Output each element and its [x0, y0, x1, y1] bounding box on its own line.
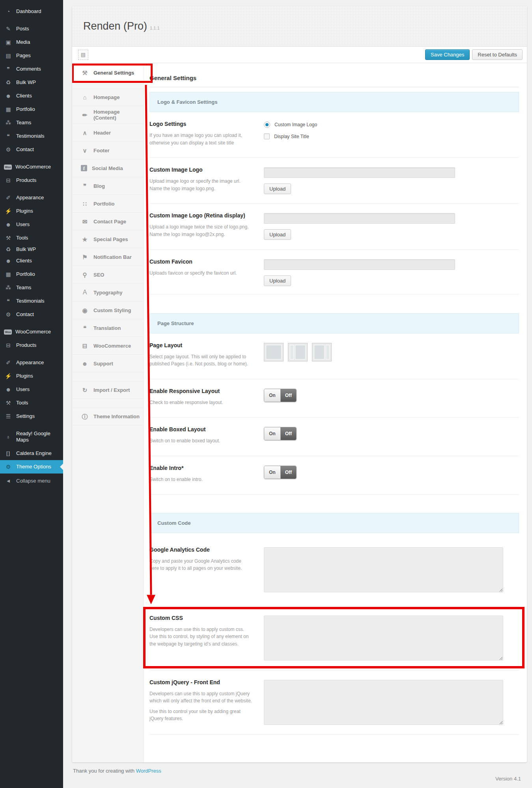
- sidebar-item[interactable]: ▦ Portfolio: [0, 268, 63, 281]
- enable-intro-toggle[interactable]: On Off: [264, 466, 297, 479]
- footer-thanks-text: Thank you for creating with: [73, 768, 136, 774]
- upload-logo-button[interactable]: Upload: [264, 183, 291, 194]
- sidebar-item[interactable]: ⚡ Plugins: [0, 204, 63, 218]
- settings-menu-item[interactable]: ∨ Footer: [72, 142, 144, 159]
- sidebar-item[interactable]: ◔ Dashboard: [0, 5, 63, 18]
- settings-icon: ☰: [4, 414, 13, 419]
- sidebar-item[interactable]: ✐ Appearance: [0, 356, 63, 369]
- logo-settings-row: Logo Settings If you have an image logo …: [149, 112, 519, 158]
- toggle-on[interactable]: On: [264, 427, 280, 440]
- sidebar-item[interactable]: ▤ Pages: [0, 49, 63, 62]
- save-changes-button[interactable]: Save Changes: [425, 49, 470, 60]
- sidebar-item[interactable]: ⊟ Products: [0, 339, 63, 352]
- google-analytics-textarea[interactable]: [264, 547, 503, 592]
- sidebar-item[interactable]: ❞ Comments: [0, 62, 63, 76]
- settings-menu-item[interactable]: ∧ Header: [72, 124, 144, 142]
- toggle-off[interactable]: Off: [280, 389, 296, 402]
- settings-menu-item[interactable]: ⓘ Theme Information: [72, 408, 144, 425]
- sidebar-item[interactable]: ◀ Collapse menu: [0, 474, 63, 488]
- responsive-layout-toggle[interactable]: On Off: [264, 389, 297, 402]
- toggle-off[interactable]: Off: [280, 427, 296, 440]
- settings-menu-item[interactable]: ◉ Custom Styling: [72, 301, 144, 319]
- sidebar-item[interactable]: ⁂ Teams: [0, 281, 63, 294]
- settings-menu-item[interactable]: ⚑ Notification Bar: [72, 248, 144, 266]
- sidebar-item[interactable]: ⚒ Tools: [0, 231, 63, 245]
- sidebar-item-label: Portfolio: [16, 106, 35, 112]
- custom-favicon-row: Custom Favicon Uploads favicon or specif…: [149, 250, 519, 294]
- custom-image-logo-option[interactable]: Custom Image Logo: [264, 122, 519, 128]
- settings-menu-item[interactable]: ⌂ Homepage: [72, 88, 144, 106]
- settings-menu-item[interactable]: ☻ Support: [72, 355, 144, 372]
- settings-menu-item[interactable]: ⚲ SEO: [72, 266, 144, 284]
- sidebar-item[interactable]: ✎ Posts: [0, 22, 63, 36]
- boxed-layout-toggle[interactable]: On Off: [264, 427, 297, 440]
- woocommerce-badge-icon: Woo: [4, 165, 12, 170]
- sidebar-item[interactable]: ⚒ Tools: [0, 396, 63, 410]
- settings-menu-item[interactable]: ❝ Translation: [72, 319, 144, 337]
- footer-thanks: Thank you for creating with WordPress: [73, 768, 161, 774]
- sidebar-item[interactable]: ❝ Testimonials: [0, 294, 63, 308]
- reset-defaults-button[interactable]: Reset to Defaults: [472, 49, 523, 60]
- retina-logo-input[interactable]: [264, 213, 455, 224]
- page-layout-option-right-sidebar[interactable]: [312, 343, 332, 361]
- toggle-off[interactable]: Off: [280, 466, 296, 479]
- custom-image-logo-input[interactable]: [264, 167, 455, 178]
- settings-menu-item[interactable]: ★ Special Pages: [72, 230, 144, 248]
- settings-menu-item[interactable]: ⊟ WooCommerce: [72, 337, 144, 355]
- custom-image-logo-radio[interactable]: [264, 122, 270, 128]
- custom-favicon-input[interactable]: [264, 259, 455, 270]
- sidebar-item[interactable]: ⊟ Products: [0, 174, 63, 187]
- sidebar-item[interactable]: ☻ Users: [0, 383, 63, 396]
- sidebar-item[interactable]: ☻ Clients: [0, 89, 63, 103]
- sidebar-item[interactable]: ♻ Bulk WP: [0, 245, 63, 254]
- sidebar-item-label: Testimonials: [16, 298, 45, 304]
- sidebar-item[interactable]: ⚙ Theme Options: [0, 460, 63, 474]
- toggle-on[interactable]: On: [264, 389, 280, 402]
- custom-jquery-textarea[interactable]: [264, 680, 503, 725]
- sidebar-item[interactable]: ⚡ Plugins: [0, 369, 63, 383]
- quote-icon: ❝: [81, 325, 89, 331]
- toggle-on[interactable]: On: [264, 466, 280, 479]
- sidebar-item[interactable]: ☻ Users: [0, 218, 63, 231]
- sidebar-item[interactable]: ☰ Settings: [0, 410, 63, 423]
- settings-menu-item[interactable]: f Social Media: [72, 159, 144, 177]
- settings-menu-item[interactable]: A Typography: [72, 284, 144, 301]
- sidebar-item[interactable]: ❝ Testimonials: [0, 129, 63, 143]
- theme-name: Renden (Pro): [83, 20, 147, 32]
- wordpress-link[interactable]: WordPress: [136, 768, 161, 774]
- sidebar-item[interactable]: [] Caldera Engine: [0, 447, 63, 460]
- row-label-column: Page Layout Select page layout. This wil…: [149, 342, 264, 371]
- sidebar-item[interactable]: ▣ Media: [0, 36, 63, 49]
- facebook-icon: f: [81, 165, 87, 171]
- sidebar-item[interactable]: ⁂ Teams: [0, 116, 63, 129]
- screen-options-button[interactable]: ▤: [78, 50, 88, 60]
- settings-menu-item[interactable]: ✉ Contact Page: [72, 213, 144, 230]
- page-layout-option-left-sidebar[interactable]: [288, 343, 308, 361]
- row-description: Check to enable responsive layout.: [149, 399, 252, 406]
- custom-css-textarea[interactable]: [264, 616, 503, 661]
- sidebar-item[interactable]: ⚙ Contact: [0, 143, 63, 156]
- brackets-icon: []: [4, 451, 13, 456]
- sidebar-item[interactable]: ♻ Bulk WP: [0, 76, 63, 89]
- display-site-title-option[interactable]: Display Site Title: [264, 133, 519, 139]
- settings-menu-item[interactable]: ✏ Homepage (Content): [72, 106, 144, 124]
- sidebar-item[interactable]: ☻ Clients: [0, 254, 63, 268]
- settings-menu-item[interactable]: ⚒ General Settings: [72, 64, 144, 82]
- sidebar-item[interactable]: Woo WooCommerce: [0, 325, 63, 339]
- sidebar-item[interactable]: ▦ Portfolio: [0, 103, 63, 116]
- panel-toolbar: ▤ Save Changes Reset to Defaults: [72, 47, 527, 63]
- row-control-column: [264, 615, 519, 662]
- sidebar-item[interactable]: ⚙ Contact: [0, 308, 63, 321]
- upload-favicon-button[interactable]: Upload: [264, 275, 291, 286]
- sidebar-item[interactable]: ♁ Ready! Google Maps: [0, 427, 63, 447]
- sidebar-item[interactable]: Woo WooCommerce: [0, 160, 63, 174]
- settings-menu-item[interactable]: ∷ Portfolio: [72, 195, 144, 213]
- sidebar-item[interactable]: ✐ Appearance: [0, 191, 63, 204]
- row-label-column: Custom Image Logo (Retina display) Uploa…: [149, 212, 264, 241]
- display-site-title-checkbox[interactable]: [264, 133, 270, 139]
- upload-retina-logo-button[interactable]: Upload: [264, 229, 291, 240]
- settings-menu-item[interactable]: ❞ Blog: [72, 177, 144, 195]
- page-layout-option-full-width[interactable]: [264, 343, 284, 361]
- settings-menu-item[interactable]: ↻ Import / Export: [72, 381, 144, 399]
- tools-icon: ⚒: [4, 400, 13, 406]
